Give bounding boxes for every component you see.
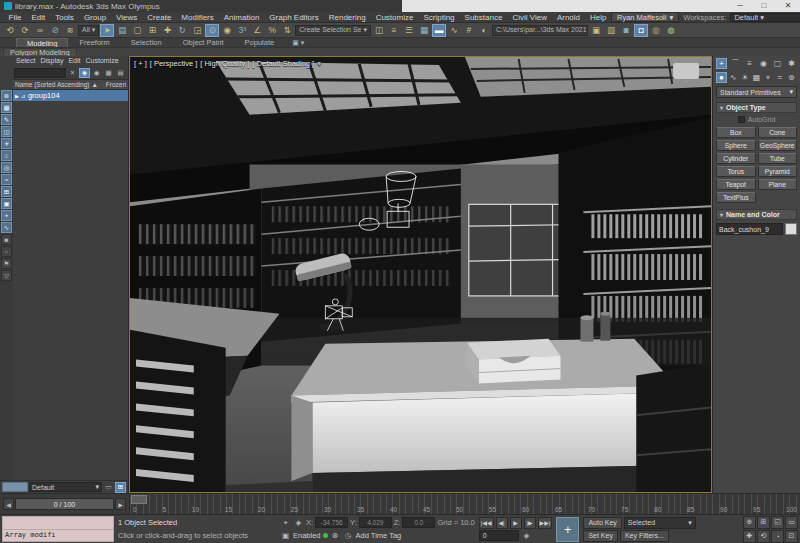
name-and-color-rollout[interactable]: ▾ Name and Color (716, 209, 797, 220)
explorer-menu-item[interactable]: Display (38, 57, 65, 66)
menu-item[interactable]: Scripting (419, 13, 459, 22)
x-coordinate-field[interactable]: -34.756 (315, 517, 348, 528)
pan-icon[interactable]: ✚ (743, 530, 756, 543)
mute-icon[interactable]: ⊗ (330, 530, 341, 541)
explorer-menu-item[interactable]: Edit (66, 57, 82, 66)
z-coordinate-field[interactable]: 0.0 (402, 517, 435, 528)
menu-item[interactable]: Civil View (508, 13, 552, 22)
key-selection-dropdown[interactable]: Selected ▾ (624, 517, 696, 529)
column-chooser-icon[interactable]: ▦ (103, 68, 114, 78)
maxscript-mini-listener[interactable]: Array modifi (2, 516, 114, 542)
zoom-region-icon[interactable]: ▭ (785, 516, 798, 529)
time-slider-handle[interactable] (131, 495, 147, 504)
current-frame-field[interactable]: 0 (479, 530, 519, 541)
ribbon-tab[interactable]: Freeform (69, 38, 119, 47)
listener-macro-line[interactable] (2, 516, 114, 530)
previous-frame-button[interactable]: ◀ (3, 498, 14, 510)
menu-item[interactable]: Views (112, 13, 142, 22)
add-time-tag-label[interactable]: Add Time Tag (356, 531, 402, 540)
layer-dropdown[interactable]: Default ▾ (29, 482, 102, 492)
explorer-menu-item[interactable]: Customize (83, 57, 120, 66)
table-row[interactable]: ▶ ⊿ group104 (13, 90, 128, 101)
primitive-button[interactable]: Cylinder (716, 153, 756, 164)
minimize-button[interactable]: ─ (728, 0, 752, 12)
zoom-all-icon[interactable]: ⊞ (757, 516, 770, 529)
primitive-button[interactable]: Cone (758, 127, 798, 138)
isolate-selection-icon[interactable]: ⌖ (280, 517, 291, 528)
viewport-label-segment[interactable]: [ Default Shading ] (252, 59, 314, 68)
ribbon-display-toggle-icon[interactable]: ▣ ▾ (286, 39, 310, 47)
menu-item[interactable]: Graph Editors (265, 13, 323, 22)
user-account-button[interactable]: Ryan Maffesoli ▾ (611, 12, 679, 22)
menu-item[interactable]: Customize (371, 13, 418, 22)
menu-item[interactable]: Help (586, 13, 611, 22)
viewport-label-segment[interactable]: [ + ] (134, 59, 147, 68)
primitive-button[interactable]: Tube (758, 153, 798, 164)
ribbon-tab[interactable]: Populate (235, 38, 285, 47)
selection-lock-icon[interactable]: ◈ (293, 517, 304, 528)
menu-item[interactable]: Create (143, 13, 176, 22)
explorer-column-header[interactable]: Name (Sorted Ascending) ▲ Frozen (13, 79, 128, 90)
menu-item[interactable]: Substance (460, 13, 507, 22)
primitive-button[interactable]: GeoSphere (758, 140, 798, 151)
welcome-screen-icon[interactable]: ▣ (280, 530, 291, 541)
explorer-menu-item[interactable]: Select (14, 57, 37, 66)
ribbon-tab[interactable]: Object Paint (173, 38, 234, 47)
frozen-column-header[interactable]: Frozen (106, 81, 126, 88)
add-layer-icon[interactable]: ▭ (103, 482, 114, 493)
primitive-button[interactable]: Plane (758, 179, 798, 190)
primitive-button[interactable]: Torus (716, 166, 756, 177)
primitive-category-dropdown[interactable]: Standard Primitives ▾ (716, 86, 797, 98)
primitive-button[interactable]: Teapot (716, 179, 756, 190)
next-frame-button[interactable]: |▶ (524, 517, 536, 529)
zoom-extents-icon[interactable]: ◱ (771, 516, 784, 529)
previous-frame-button[interactable]: ◀| (496, 517, 508, 529)
search-input[interactable] (14, 68, 66, 78)
viewport-label-segment[interactable]: [ High Quality ] (200, 59, 249, 68)
time-tag-icon[interactable]: ◷ (343, 530, 354, 541)
viewport-label-segment[interactable]: [ Perspective ] (150, 59, 198, 68)
perspective-viewport[interactable]: [ + ][ Perspective ][ High Quality ][ De… (129, 56, 712, 493)
clear-search-icon[interactable]: ✕ (67, 68, 78, 78)
auto-key-button[interactable]: Auto Key (583, 517, 621, 529)
expander-icon[interactable]: ▶ (15, 93, 19, 99)
menu-item[interactable]: Group (79, 13, 110, 22)
select-filter-icon[interactable]: ◈ (79, 68, 90, 78)
layer-manager-icon[interactable]: ⊞ (115, 482, 126, 493)
primitive-button[interactable]: Pyramid (758, 166, 798, 177)
lock-explorer-icon[interactable]: ◉ (91, 68, 102, 78)
maximize-button[interactable]: □ (752, 0, 776, 12)
play-button[interactable]: ▶ (510, 517, 522, 529)
key-mode-toggle-icon[interactable]: ◈ (521, 530, 532, 541)
zoom-icon[interactable]: ⊕ (743, 516, 756, 529)
next-frame-button[interactable]: ▶ (115, 498, 126, 510)
name-column-header[interactable]: Name (Sorted Ascending) (15, 81, 89, 88)
layer-color-swatch[interactable] (2, 482, 28, 492)
maximize-viewport-toggle-icon[interactable]: ⊡ (785, 530, 798, 543)
key-filters-button[interactable]: Key Filters... (620, 530, 669, 542)
object-name-field[interactable]: Back_cushon_9 (716, 223, 783, 235)
menu-item[interactable]: Rendering (324, 13, 370, 22)
autogrid-checkbox[interactable] (738, 116, 745, 123)
primitive-button[interactable]: TextPlus (716, 192, 756, 203)
track-bar[interactable]: 0510152025303540455055606570758085909510… (129, 494, 800, 514)
explorer-settings-icon[interactable]: ▤ (115, 68, 126, 78)
workspace-dropdown[interactable]: Default ▾ (730, 13, 800, 22)
ribbon-tab[interactable]: Selection (121, 38, 172, 47)
ribbon-tab[interactable]: Modeling (16, 38, 68, 47)
menu-item[interactable]: Edit (27, 13, 50, 22)
object-color-swatch[interactable] (785, 223, 797, 235)
menu-item[interactable]: Tools (51, 13, 79, 22)
set-keys-button[interactable]: + (556, 517, 579, 542)
y-coordinate-field[interactable]: 4.029 (359, 517, 392, 528)
viewport-menu-icon[interactable]: ▾ (317, 59, 321, 68)
menu-item[interactable]: Modifiers (177, 13, 218, 22)
set-key-button[interactable]: Set Key (583, 530, 618, 542)
listener-script-line[interactable]: Array modifi (2, 530, 114, 543)
frame-readout[interactable]: 0 / 100 (15, 498, 114, 510)
primitive-button[interactable]: Box (716, 127, 756, 138)
menu-item[interactable]: Arnold (552, 13, 584, 22)
object-type-rollout[interactable]: ▾ Object Type (716, 102, 797, 113)
close-button[interactable]: ✕ (776, 0, 800, 12)
menu-item[interactable]: File (4, 13, 26, 22)
